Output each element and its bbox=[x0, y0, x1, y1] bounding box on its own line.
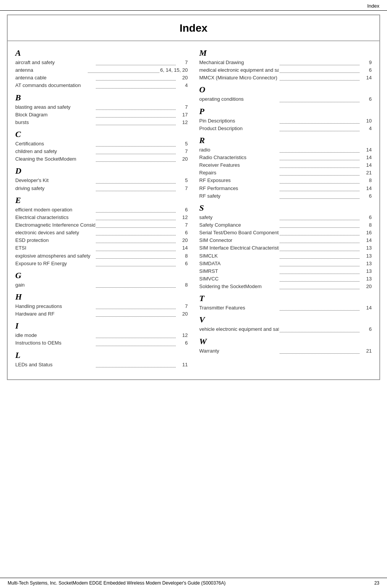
list-item: ESD protection20 bbox=[15, 237, 188, 244]
list-item: SIMVCC13 bbox=[199, 275, 372, 283]
page-footer: Multi-Tech Systems, Inc. SocketModem EDG… bbox=[0, 578, 387, 588]
section-W: WWarranty21 bbox=[199, 337, 372, 358]
entry-dots bbox=[280, 267, 359, 274]
entry-page: 17 bbox=[176, 111, 188, 119]
section-letter: R bbox=[199, 135, 372, 145]
page-header: Index bbox=[0, 0, 387, 11]
list-item: electronic devices and safety6 bbox=[15, 229, 188, 237]
entry-page: 12 bbox=[176, 332, 188, 339]
entry-page: 4 bbox=[176, 82, 188, 89]
entry-text: idle mode bbox=[15, 332, 95, 339]
entry-text: Hardware and RF bbox=[15, 310, 95, 318]
entry-page: 14 bbox=[360, 304, 372, 312]
entry-dots bbox=[96, 221, 176, 228]
list-item: antenna6, 14, 15, 20 bbox=[15, 66, 188, 74]
entry-dots bbox=[280, 244, 359, 251]
entry-dots bbox=[96, 111, 176, 118]
list-item: AT commands documentation4 bbox=[15, 82, 188, 89]
entry-page: 8 bbox=[176, 252, 188, 260]
entry-dots bbox=[96, 82, 176, 88]
entry-dots bbox=[280, 283, 359, 289]
entry-dots bbox=[280, 146, 359, 153]
list-item: MMCX (Miniature Micro Connector)14 bbox=[199, 74, 372, 82]
entry-text: Mechanical Drawing bbox=[199, 59, 279, 66]
entry-page: 13 bbox=[360, 267, 372, 275]
entry-dots bbox=[96, 260, 176, 266]
entry-page: 20 bbox=[176, 237, 188, 244]
entry-dots bbox=[280, 229, 359, 235]
entry-dots bbox=[280, 275, 359, 282]
list-item: Block Diagram17 bbox=[15, 111, 188, 119]
list-item: antenna cable20 bbox=[15, 74, 188, 82]
section-M: MMechanical Drawing9medical electronic e… bbox=[199, 48, 372, 85]
entry-page: 6 bbox=[360, 95, 372, 103]
list-item: medical electronic equipment and safety6 bbox=[199, 66, 372, 74]
entry-page: 6 bbox=[360, 214, 372, 221]
entry-dots bbox=[280, 117, 359, 124]
list-item: Product Description4 bbox=[199, 125, 372, 132]
entry-page: 7 bbox=[176, 303, 188, 310]
entry-page: 7 bbox=[176, 103, 188, 111]
list-item: Soldering the SocketModem20 bbox=[199, 283, 372, 290]
entry-page: 8 bbox=[176, 281, 188, 289]
entry-page: 14 bbox=[360, 146, 372, 154]
entry-text: Cleaning the SocketModem bbox=[15, 155, 95, 163]
entry-text: Block Diagram bbox=[15, 111, 95, 119]
list-item: Hardware and RF20 bbox=[15, 310, 188, 318]
entry-page: 12 bbox=[176, 214, 188, 221]
entry-text: Warranty bbox=[199, 347, 279, 355]
list-item: efficient modem operation6 bbox=[15, 206, 188, 214]
section-H: HHandling precautions7Hardware and RF20 bbox=[15, 292, 188, 321]
section-E: Eefficient modem operation6Electrical ch… bbox=[15, 195, 188, 271]
entry-dots bbox=[96, 214, 176, 220]
entry-page: 14 bbox=[360, 74, 372, 82]
list-item: radio14 bbox=[199, 146, 372, 154]
list-item: Repairs21 bbox=[199, 169, 372, 177]
entry-dots bbox=[96, 281, 176, 288]
entry-page: 8 bbox=[360, 177, 372, 184]
entry-text: Certifications bbox=[15, 140, 95, 148]
list-item: vehicle electronic equipment and safety6 bbox=[199, 325, 372, 333]
entry-dots bbox=[96, 237, 176, 243]
entry-text: safety bbox=[199, 214, 279, 221]
entry-page: 14 bbox=[360, 154, 372, 161]
section-letter: T bbox=[199, 293, 372, 303]
entry-dots bbox=[280, 260, 359, 266]
entry-dots bbox=[280, 95, 359, 102]
entry-dots bbox=[280, 74, 359, 81]
list-item: Certifications5 bbox=[15, 140, 188, 148]
list-item: aircraft and safety7 bbox=[15, 59, 188, 66]
entry-text: Receiver Features bbox=[199, 161, 279, 169]
entry-page: 8 bbox=[360, 221, 372, 229]
section-A: Aaircraft and safety7antenna6, 14, 15, 2… bbox=[15, 48, 188, 93]
list-item: operating conditions6 bbox=[199, 95, 372, 103]
footer-right: 23 bbox=[374, 580, 379, 586]
entry-dots bbox=[280, 221, 359, 228]
section-letter: B bbox=[15, 93, 188, 103]
entry-text: blasting areas and safety bbox=[15, 103, 95, 111]
entry-dots bbox=[280, 169, 359, 176]
main-content-box: Index Aaircraft and safety7antenna6, 14,… bbox=[7, 14, 380, 380]
entry-dots bbox=[96, 310, 176, 317]
list-item: Mechanical Drawing9 bbox=[199, 59, 372, 66]
entry-dots bbox=[96, 155, 176, 162]
entry-page: 13 bbox=[360, 275, 372, 283]
entry-page: 6 bbox=[360, 325, 372, 333]
entry-page: 20 bbox=[360, 283, 372, 290]
entry-text: MMCX (Miniature Micro Connector) bbox=[199, 74, 279, 82]
list-item: Electrical characteristics12 bbox=[15, 214, 188, 221]
entry-dots bbox=[96, 185, 176, 191]
entry-dots bbox=[280, 161, 359, 168]
entry-page: 5 bbox=[176, 177, 188, 184]
entry-page: 20 bbox=[176, 74, 188, 82]
list-item: ETSI14 bbox=[15, 244, 188, 252]
list-item: gain8 bbox=[15, 281, 188, 289]
entry-page: 20 bbox=[176, 155, 188, 163]
entry-text: ESD protection bbox=[15, 237, 95, 244]
section-letter: I bbox=[15, 321, 188, 331]
entry-text: RF Exposures bbox=[199, 177, 279, 184]
entry-text: Handling precautions bbox=[15, 303, 95, 310]
entry-page: 6 bbox=[360, 192, 372, 200]
entry-page: 7 bbox=[176, 148, 188, 155]
entry-dots bbox=[96, 148, 176, 154]
